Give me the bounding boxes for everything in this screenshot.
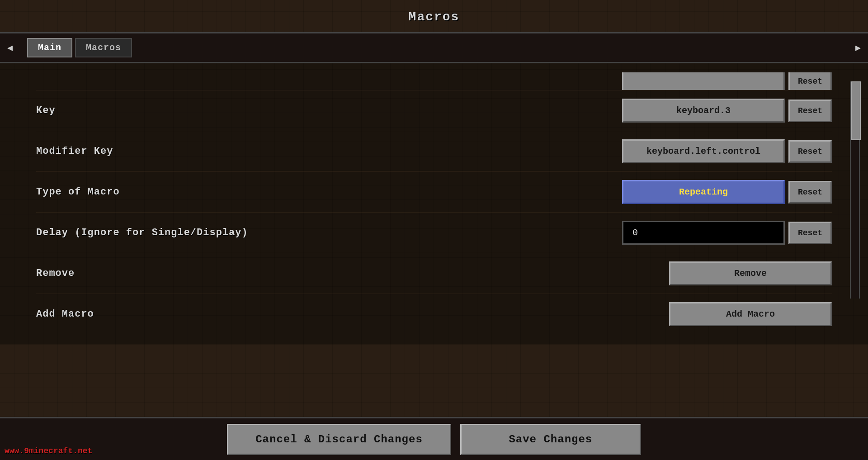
clipped-controls: Reset — [622, 72, 832, 90]
tab-macros[interactable]: Macros — [75, 38, 132, 57]
setting-label-type-of-macro: Type of Macro — [36, 186, 622, 198]
bottom-bar: Cancel & Discard Changes Save Changes — [0, 417, 868, 460]
setting-controls-key: keyboard.3 Reset — [622, 99, 832, 123]
content-area: Reset Key keyboard.3 Reset Modifier Key … — [0, 63, 868, 344]
clipped-partial-row: Reset — [36, 72, 832, 90]
setting-controls-add-macro: Add Macro — [669, 302, 832, 326]
cancel-button[interactable]: Cancel & Discard Changes — [227, 424, 451, 455]
setting-controls-remove: Remove — [669, 261, 832, 285]
add-macro-action-button[interactable]: Add Macro — [669, 302, 832, 326]
tab-scroll-right-arrow[interactable]: ▶ — [852, 39, 864, 57]
type-of-macro-reset-button[interactable]: Reset — [788, 181, 832, 204]
key-reset-button[interactable]: Reset — [788, 100, 832, 122]
setting-controls-delay: Reset — [622, 221, 832, 245]
modifier-key-reset-button[interactable]: Reset — [788, 140, 832, 163]
setting-row-modifier-key: Modifier Key keyboard.left.control Reset — [36, 131, 832, 172]
remove-action-button[interactable]: Remove — [669, 261, 832, 285]
scrollbar-thumb[interactable] — [851, 81, 861, 140]
clipped-value-button[interactable] — [622, 72, 785, 90]
type-of-macro-value-button[interactable]: Repeating — [622, 180, 785, 204]
setting-controls-modifier-key: keyboard.left.control Reset — [622, 139, 832, 163]
page-title: Macros — [0, 0, 868, 32]
scrollbar-track[interactable] — [850, 81, 860, 299]
setting-label-key: Key — [36, 105, 622, 116]
setting-row-delay: Delay (Ignore for Single/Display) Reset — [36, 213, 832, 253]
setting-row-key: Key keyboard.3 Reset — [36, 90, 832, 131]
setting-label-add-macro: Add Macro — [36, 308, 669, 320]
tab-main[interactable]: Main — [27, 38, 72, 57]
key-value-button[interactable]: keyboard.3 — [622, 99, 785, 123]
tabs-container: Main Macros — [27, 38, 132, 57]
setting-label-remove: Remove — [36, 268, 669, 279]
setting-label-modifier-key: Modifier Key — [36, 146, 622, 157]
tab-scroll-left-arrow[interactable]: ◀ — [4, 39, 16, 57]
delay-value-input[interactable] — [622, 221, 785, 245]
delay-reset-button[interactable]: Reset — [788, 222, 832, 244]
modifier-key-value-button[interactable]: keyboard.left.control — [622, 139, 785, 163]
setting-row-remove: Remove Remove — [36, 253, 832, 294]
settings-list: Reset Key keyboard.3 Reset Modifier Key … — [0, 63, 868, 344]
setting-row-type-of-macro: Type of Macro Repeating Reset — [36, 172, 832, 213]
save-button[interactable]: Save Changes — [460, 424, 641, 455]
tab-bar: ◀ Main Macros ▶ — [0, 32, 868, 63]
watermark: www.9minecraft.net — [5, 446, 92, 455]
setting-label-delay: Delay (Ignore for Single/Display) — [36, 227, 622, 238]
clipped-reset-button[interactable]: Reset — [788, 72, 832, 90]
setting-row-add-macro: Add Macro Add Macro — [36, 294, 832, 334]
setting-controls-type-of-macro: Repeating Reset — [622, 180, 832, 204]
